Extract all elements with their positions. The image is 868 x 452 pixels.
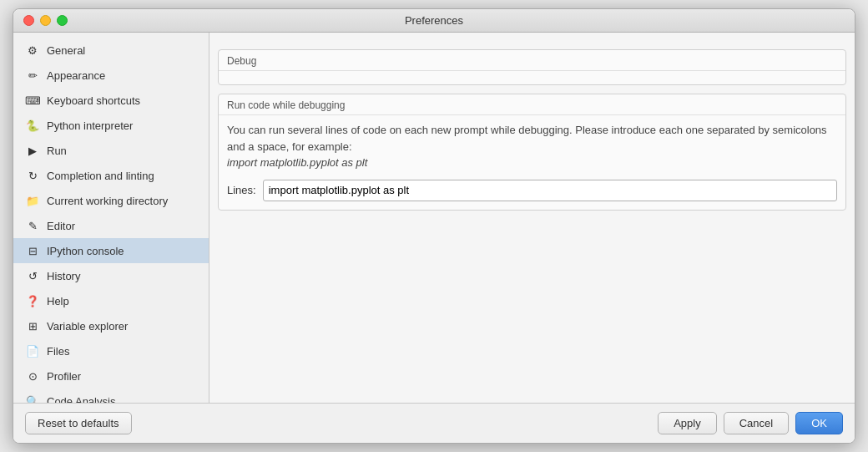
window-title: Preferences xyxy=(405,14,463,27)
sidebar-label-general: General xyxy=(47,44,85,57)
lines-input[interactable] xyxy=(263,180,837,201)
run-code-section-title: Run code while debugging xyxy=(219,94,845,115)
main-content: ⚙General✏Appearance⌨Keyboard shortcuts🐍P… xyxy=(13,33,855,403)
variable-explorer-icon: ⊞ xyxy=(25,318,40,333)
ipython-console-icon: ⊟ xyxy=(25,243,40,258)
run-code-section: Run code while debugging You can run sev… xyxy=(218,94,846,211)
maximize-button[interactable] xyxy=(57,15,68,26)
sidebar-item-current-working-directory[interactable]: 📁Current working directory xyxy=(13,188,209,213)
sidebar-item-appearance[interactable]: ✏Appearance xyxy=(13,63,209,88)
lines-row: Lines: xyxy=(219,175,845,210)
help-icon: ❓ xyxy=(25,293,40,308)
sidebar-label-current-working-directory: Current working directory xyxy=(47,195,168,207)
sidebar-item-python-interpreter[interactable]: 🐍Python interpreter xyxy=(13,113,209,138)
sidebar-label-run: Run xyxy=(47,145,67,157)
sidebar-label-profiler: Profiler xyxy=(47,370,81,383)
debug-section: Debug xyxy=(218,49,846,85)
sidebar-label-files: Files xyxy=(47,345,69,358)
sidebar-label-python-interpreter: Python interpreter xyxy=(47,119,133,132)
python-interpreter-icon: 🐍 xyxy=(25,118,40,133)
apply-button[interactable]: Apply xyxy=(658,412,717,434)
traffic-lights xyxy=(23,15,68,26)
editor-icon: ✎ xyxy=(25,218,40,233)
profiler-icon: ⊙ xyxy=(25,368,40,383)
sidebar: ⚙General✏Appearance⌨Keyboard shortcuts🐍P… xyxy=(13,33,209,403)
code-analysis-icon: 🔍 xyxy=(25,394,40,403)
main-area: Debug Run code while debugging You can r… xyxy=(209,33,855,403)
general-icon: ⚙ xyxy=(25,43,40,58)
panel: Debug Run code while debugging You can r… xyxy=(218,49,846,394)
keyboard-shortcuts-icon: ⌨ xyxy=(25,93,40,108)
close-button[interactable] xyxy=(23,15,34,26)
lines-label: Lines: xyxy=(227,184,256,196)
sidebar-item-code-analysis[interactable]: 🔍Code Analysis xyxy=(13,389,209,403)
completion-linting-icon: ↻ xyxy=(25,168,40,183)
sidebar-item-run[interactable]: ▶Run xyxy=(13,138,209,163)
sidebar-item-editor[interactable]: ✎Editor xyxy=(13,213,209,238)
titlebar: Preferences xyxy=(13,9,855,33)
cancel-button[interactable]: Cancel xyxy=(724,412,789,434)
sidebar-item-general[interactable]: ⚙General xyxy=(13,38,209,63)
sidebar-label-code-analysis: Code Analysis xyxy=(47,395,115,404)
debug-section-title: Debug xyxy=(219,50,845,71)
sidebar-label-keyboard-shortcuts: Keyboard shortcuts xyxy=(47,94,140,107)
sidebar-item-profiler[interactable]: ⊙Profiler xyxy=(13,363,209,389)
sidebar-label-history: History xyxy=(47,270,80,282)
history-icon: ↺ xyxy=(25,268,40,283)
reset-button[interactable]: Reset to defaults xyxy=(25,412,132,434)
sidebar-label-variable-explorer: Variable explorer xyxy=(47,320,128,333)
preferences-window: Preferences ⚙General✏Appearance⌨Keyboard… xyxy=(13,8,855,444)
minimize-button[interactable] xyxy=(40,15,51,26)
sidebar-label-ipython-console: IPython console xyxy=(47,245,124,257)
sidebar-item-help[interactable]: ❓Help xyxy=(13,288,209,313)
current-working-directory-icon: 📁 xyxy=(25,193,40,208)
sidebar-label-editor: Editor xyxy=(47,220,75,232)
sidebar-item-history[interactable]: ↺History xyxy=(13,263,209,288)
sidebar-item-keyboard-shortcuts[interactable]: ⌨Keyboard shortcuts xyxy=(13,88,209,113)
sidebar-item-completion-linting[interactable]: ↻Completion and linting xyxy=(13,163,209,188)
appearance-icon: ✏ xyxy=(25,68,40,83)
footer-action-buttons: Apply Cancel OK xyxy=(658,412,843,434)
sidebar-label-appearance: Appearance xyxy=(47,69,105,82)
run-icon: ▶ xyxy=(25,143,40,158)
footer: Reset to defaults Apply Cancel OK xyxy=(13,403,855,443)
debug-checkboxes xyxy=(219,71,845,84)
run-code-example: import matplotlib.pyplot as plt xyxy=(227,156,367,169)
run-code-description: You can run several lines of code on eac… xyxy=(219,115,845,175)
ok-button[interactable]: OK xyxy=(795,412,843,434)
sidebar-item-files[interactable]: 📄Files xyxy=(13,338,209,363)
sidebar-item-ipython-console[interactable]: ⊟IPython console xyxy=(13,238,209,263)
sidebar-label-help: Help xyxy=(47,295,69,307)
sidebar-label-completion-linting: Completion and linting xyxy=(47,170,154,182)
sidebar-item-variable-explorer[interactable]: ⊞Variable explorer xyxy=(13,313,209,338)
files-icon: 📄 xyxy=(25,343,40,358)
